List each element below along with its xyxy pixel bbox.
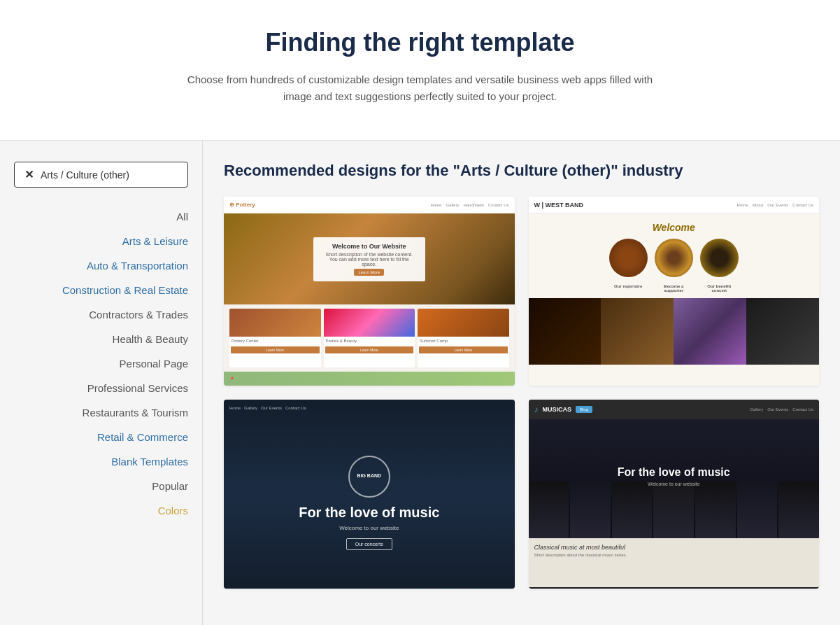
pottery-hero: Welcome to Our Website Short description… xyxy=(224,213,515,304)
bigband-badge: BIG BAND xyxy=(348,456,390,498)
bigband-center: BIG BAND For the love of music Welcome t… xyxy=(224,416,515,589)
bigband-nav: Home Gallery Our Events Contact Us xyxy=(224,400,515,416)
pottery-welcome-box: Welcome to Our Website Short description… xyxy=(313,237,425,281)
section-title: Recommended designs for the "Arts / Cult… xyxy=(224,162,819,180)
filter-tag-label: Arts / Culture (other) xyxy=(41,169,129,181)
westband-circles xyxy=(529,239,820,284)
template-preview-westband: W | WEST BAND HomeAboutOur EventsContact… xyxy=(529,197,820,386)
musicas-center: For the love of music Welcome to our web… xyxy=(618,466,730,492)
westband-nav: W | WEST BAND HomeAboutOur EventsContact… xyxy=(529,197,820,213)
sidebar-item-popular[interactable]: Popular xyxy=(14,474,188,498)
musicas-hero: For the love of music Welcome to our web… xyxy=(529,419,820,538)
pottery-cards: Pottery Center Learn More Parties & Beau… xyxy=(224,304,515,372)
sidebar-item-auto[interactable]: Auto & Transportation xyxy=(14,253,188,278)
templates-grid: ⊕ Pottery HomeGalleryHandmadeContact Us … xyxy=(224,197,819,589)
bigband-cta-btn: Our concerts xyxy=(346,538,392,550)
westband-welcome: Welcome xyxy=(529,213,820,239)
active-filter-tag[interactable]: ✕ Arts / Culture (other) xyxy=(14,162,188,188)
sidebar-item-contractors[interactable]: Contractors & Trades xyxy=(14,302,188,327)
pottery-card-3: Summer Camp Learn More xyxy=(418,309,509,367)
sidebar-item-arts-leisure[interactable]: Arts & Leisure xyxy=(14,229,188,253)
sidebar: ✕ Arts / Culture (other) All Arts & Leis… xyxy=(0,141,203,625)
template-card-westband[interactable]: W | WEST BAND HomeAboutOur EventsContact… xyxy=(529,197,820,386)
page-title: Finding the right template xyxy=(14,28,826,57)
pottery-card-2: Parties & Beauty Learn More xyxy=(324,309,415,367)
page-subtitle: Choose from hundreds of customizable des… xyxy=(176,71,665,105)
sidebar-nav: All Arts & Leisure Auto & Transportation… xyxy=(14,204,188,523)
pottery-map: 📍 xyxy=(224,372,515,386)
sidebar-item-restaurants[interactable]: Restaurants & Tourism xyxy=(14,400,188,425)
sidebar-item-blank[interactable]: Blank Templates xyxy=(14,449,188,474)
template-preview-bigband: Home Gallery Our Events Contact Us BIG B… xyxy=(224,400,515,589)
bigband-main-title: For the love of music xyxy=(299,505,439,521)
musicas-nav: ♪ MUSICAS Blog GalleryOur EventsContact … xyxy=(529,400,820,419)
header-section: Finding the right template Choose from h… xyxy=(0,0,840,141)
sidebar-item-health[interactable]: Health & Beauty xyxy=(14,327,188,351)
template-card-pottery[interactable]: ⊕ Pottery HomeGalleryHandmadeContact Us … xyxy=(224,197,515,386)
musicas-subtitle: Welcome to our website xyxy=(618,482,730,486)
sidebar-item-construction[interactable]: Construction & Real Estate xyxy=(14,278,188,302)
template-card-bigband[interactable]: Home Gallery Our Events Contact Us BIG B… xyxy=(224,400,515,589)
pottery-card-1: Pottery Center Learn More xyxy=(229,309,321,367)
musicas-bottom: Classical music at most beautiful Short … xyxy=(529,538,820,587)
content-area: Recommended designs for the "Arts / Cult… xyxy=(203,141,840,625)
bigband-subtitle: Welcome to our website xyxy=(339,525,399,531)
sidebar-item-retail[interactable]: Retail & Commerce xyxy=(14,425,188,449)
sidebar-item-all[interactable]: All xyxy=(14,204,188,229)
pottery-nav: ⊕ Pottery HomeGalleryHandmadeContact Us xyxy=(224,197,515,213)
main-layout: ✕ Arts / Culture (other) All Arts & Leis… xyxy=(0,141,840,625)
sidebar-item-personal[interactable]: Personal Page xyxy=(14,351,188,376)
close-icon[interactable]: ✕ xyxy=(24,168,34,181)
sidebar-item-colors[interactable]: Colors xyxy=(14,498,188,523)
musicas-main-title: For the love of music xyxy=(618,466,730,479)
template-card-musicas[interactable]: ♪ MUSICAS Blog GalleryOur EventsContact … xyxy=(529,400,820,589)
template-preview-pottery: ⊕ Pottery HomeGalleryHandmadeContact Us … xyxy=(224,197,515,386)
westband-photos xyxy=(529,298,820,365)
westband-desc: Our repertoire Become a supporter Our be… xyxy=(529,284,820,298)
sidebar-item-professional[interactable]: Professional Services xyxy=(14,376,188,400)
template-preview-musicas: ♪ MUSICAS Blog GalleryOur EventsContact … xyxy=(529,400,820,589)
